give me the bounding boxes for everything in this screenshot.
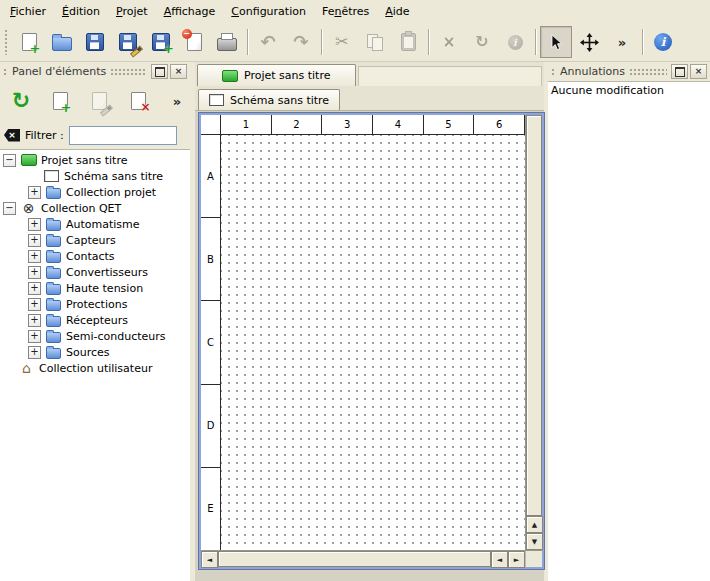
undo-icon: ↶ [260,33,275,51]
float-icon [675,67,685,77]
undo-panel-titlebar[interactable]: Annulations × [548,62,710,81]
tab-project-sans-titre[interactable]: Projet sans titre [197,64,356,86]
expand-icon[interactable] [28,330,41,343]
dock-grip [629,68,667,75]
tree-item[interactable]: ⊗Collection QET [0,200,190,216]
tree-item-label: Haute tension [66,282,143,295]
reload-collections-button[interactable]: ↻ [4,84,38,118]
undo-list[interactable]: Aucune modification [548,81,710,581]
expand-icon[interactable] [28,218,41,231]
column-ruler-label: 3 [322,115,373,134]
tree-item[interactable]: Collection projet [0,184,190,200]
delete-icon: × [443,35,456,50]
open-project-button[interactable] [46,26,78,58]
tree-item[interactable]: Haute tension [0,280,190,296]
menu-configuration[interactable]: Configuration [223,2,314,21]
filter-row: × Filtrer : [0,121,190,149]
panel-extension-button[interactable]: » [168,89,186,113]
print-button[interactable] [211,26,243,58]
about-button[interactable]: i [647,26,679,58]
main-area: Panel d'éléments × ↻+×» × Filtrer : Proj… [0,62,710,581]
menu-fenetres[interactable]: Fenêtres [314,2,377,21]
folder-icon [45,217,62,231]
scroll-down-button[interactable] [526,533,543,550]
tree-item-label: Récepteurs [66,314,128,327]
close-panel-button[interactable]: × [690,64,707,79]
menu-projet[interactable]: Projet [108,2,156,21]
close-project-button[interactable]: − [178,26,210,58]
toolbar-extension-button[interactable]: » [606,26,638,58]
expand-icon[interactable] [28,234,41,247]
save-all-button[interactable]: + [145,26,177,58]
new-file-icon: + [22,33,37,51]
tree-item[interactable]: Sources [0,344,190,360]
tree-item-label: Collection QET [41,202,121,215]
menu-aide[interactable]: Aide [377,2,417,21]
filter-input[interactable] [69,126,177,145]
tree-item[interactable]: Convertisseurs [0,264,190,280]
expand-icon[interactable] [28,266,41,279]
cut-button: ✂ [326,26,358,58]
save-as-icon [119,33,137,51]
save-as-button[interactable] [112,26,144,58]
expand-icon[interactable] [28,314,41,327]
new-project-button[interactable]: + [13,26,45,58]
row-ruler-label: B [201,218,220,301]
schema-canvas[interactable] [221,135,525,550]
toolbar-grip[interactable] [4,29,9,55]
scroll-left-button[interactable] [491,551,508,568]
tree-item[interactable]: ⌂Collection utilisateur [0,360,190,376]
expand-icon[interactable] [28,282,41,295]
vertical-scrollbar[interactable] [525,115,542,550]
select-mode-button[interactable] [540,26,572,58]
delete-element-button[interactable]: × [121,84,155,118]
tree-item[interactable]: Projet sans titre [0,152,190,168]
tree-item[interactable]: Récepteurs [0,312,190,328]
float-panel-button[interactable] [671,64,688,79]
tree-item[interactable]: Automatisme [0,216,190,232]
collapse-icon[interactable] [3,154,16,167]
schema-sheet: 123456 ABCDE [201,115,525,550]
elements-panel-titlebar[interactable]: Panel d'éléments × [0,62,190,81]
float-panel-button[interactable] [151,64,168,79]
delete-button: × [433,26,465,58]
tree-item-label: Protections [66,298,127,311]
save-button[interactable] [79,26,111,58]
folder-icon [45,233,62,247]
tree-item[interactable]: Schéma sans titre [0,168,190,184]
tree-item[interactable]: Capteurs [0,232,190,248]
menu-edition[interactable]: Édition [54,2,108,21]
expand-icon[interactable] [28,250,41,263]
horizontal-scrollbar[interactable] [201,551,525,567]
horizontal-scrollbar-thumb[interactable] [218,551,491,567]
move-icon [580,33,599,52]
collapse-icon[interactable] [3,202,16,215]
expand-icon[interactable] [28,186,41,199]
close-icon: × [175,67,183,76]
new-element-button[interactable]: + [43,84,77,118]
scroll-right-button[interactable] [508,551,525,568]
column-ruler-label: 2 [272,115,323,134]
pan-mode-button[interactable] [573,26,605,58]
close-panel-button[interactable]: × [170,64,187,79]
folder-icon [45,297,62,311]
tree-item[interactable]: Protections [0,296,190,312]
scroll-up-button[interactable] [526,516,543,533]
scroll-left-button[interactable] [201,551,218,568]
vertical-scrollbar-thumb[interactable] [526,115,542,516]
delete-element-icon: × [131,92,146,110]
rotate-icon: ↻ [475,34,488,50]
tree-item[interactable]: Contacts [0,248,190,264]
copy-button [359,26,391,58]
menu-affichage[interactable]: Affichage [156,2,224,21]
expand-icon[interactable] [28,298,41,311]
folder-icon [45,281,62,295]
expand-icon[interactable] [28,346,41,359]
tree-item-label: Collection utilisateur [39,362,152,375]
tab-schema-sans-titre[interactable]: Schéma sans titre [198,89,340,110]
close-file-icon: − [187,33,202,51]
tree-item[interactable]: Semi-conducteurs [0,328,190,344]
menu-fichier[interactable]: Fichier [2,2,54,21]
toolbar-separator [642,29,643,55]
schema-view-window[interactable]: 123456 ABCDE [199,113,544,569]
